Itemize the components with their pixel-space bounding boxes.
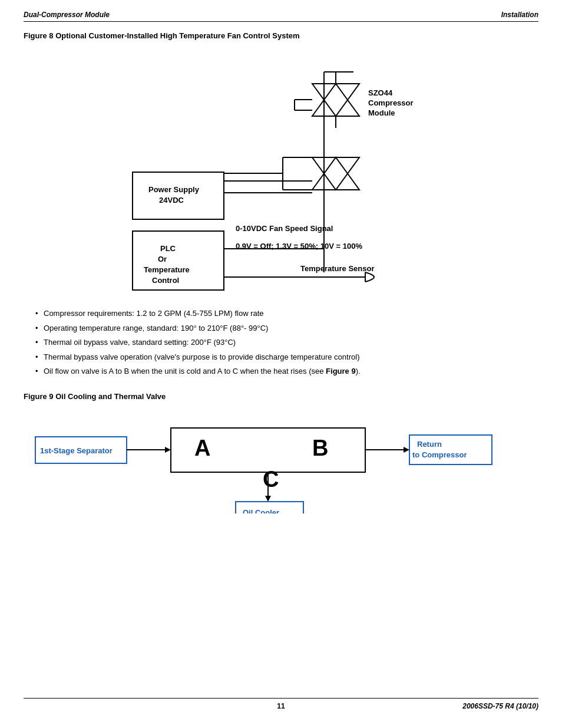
svg-text:Module: Module xyxy=(368,108,395,117)
svg-text:0-10VDC Fan Speed Signal: 0-10VDC Fan Speed Signal xyxy=(236,224,333,233)
svg-text:Or: Or xyxy=(158,255,167,263)
svg-marker-3 xyxy=(312,157,359,190)
svg-text:1st-Stage Separator: 1st-Stage Separator xyxy=(40,446,113,455)
svg-marker-37 xyxy=(165,447,171,453)
figure9-title: Figure 9 Oil Cooling and Thermal Valve xyxy=(24,392,538,401)
footer-center: 11 xyxy=(277,702,285,710)
bullet-item: Compressor requirements: 1.2 to 2 GPM (4… xyxy=(35,308,538,319)
svg-text:B: B xyxy=(312,436,328,460)
svg-marker-1 xyxy=(312,84,359,116)
svg-text:Oil Cooler: Oil Cooler xyxy=(243,508,279,513)
bullet-item: Oil flow on valve is A to B when the uni… xyxy=(35,365,538,377)
svg-text:Control: Control xyxy=(152,276,179,285)
header-left: Dual-Compressor Module xyxy=(24,11,110,19)
svg-text:PLC: PLC xyxy=(160,244,176,253)
svg-marker-0 xyxy=(312,84,359,116)
svg-text:Compressor: Compressor xyxy=(368,98,414,107)
diagram8: SZO44 Compressor Module Power Supply 24V… xyxy=(24,48,538,296)
svg-text:SZO44: SZO44 xyxy=(368,88,393,97)
svg-text:C: C xyxy=(263,467,279,492)
diagram9-svg: 1st-Stage Separator A B C Oil Cooler Ret… xyxy=(24,410,536,513)
svg-marker-4 xyxy=(312,157,359,190)
diagram8-svg: SZO44 Compressor Module Power Supply 24V… xyxy=(24,48,536,296)
svg-text:Return: Return xyxy=(417,440,442,449)
bullet-item: Thermal bypass valve operation (valve's … xyxy=(35,351,538,363)
footer-right: 2006SSD-75 R4 (10/10) xyxy=(462,702,538,710)
page-header: Dual-Compressor Module Installation xyxy=(24,11,538,22)
page: Dual-Compressor Module Installation Figu… xyxy=(0,0,562,728)
header-right: Installation xyxy=(501,11,538,19)
svg-text:Temperature: Temperature xyxy=(144,265,190,274)
diagram9: 1st-Stage Separator A B C Oil Cooler Ret… xyxy=(24,410,538,516)
svg-marker-43 xyxy=(265,496,271,502)
svg-text:to Compressor: to Compressor xyxy=(412,450,467,459)
page-footer: 11 2006SSD-75 R4 (10/10) xyxy=(24,698,538,710)
svg-text:24VDC: 24VDC xyxy=(159,196,184,205)
svg-marker-47 xyxy=(404,447,409,453)
bullet-item: Operating temperature range, standard: 1… xyxy=(35,322,538,334)
svg-text:Power Supply: Power Supply xyxy=(148,185,200,194)
bullet-item: Thermal oil bypass valve, standard setti… xyxy=(35,337,538,348)
figure8-title: Figure 8 Optional Customer-Installed Hig… xyxy=(24,31,538,40)
svg-text:Temperature Sensor: Temperature Sensor xyxy=(300,264,374,273)
svg-text:A: A xyxy=(194,436,210,460)
bullet-list: Compressor requirements: 1.2 to 2 GPM (4… xyxy=(35,308,538,380)
